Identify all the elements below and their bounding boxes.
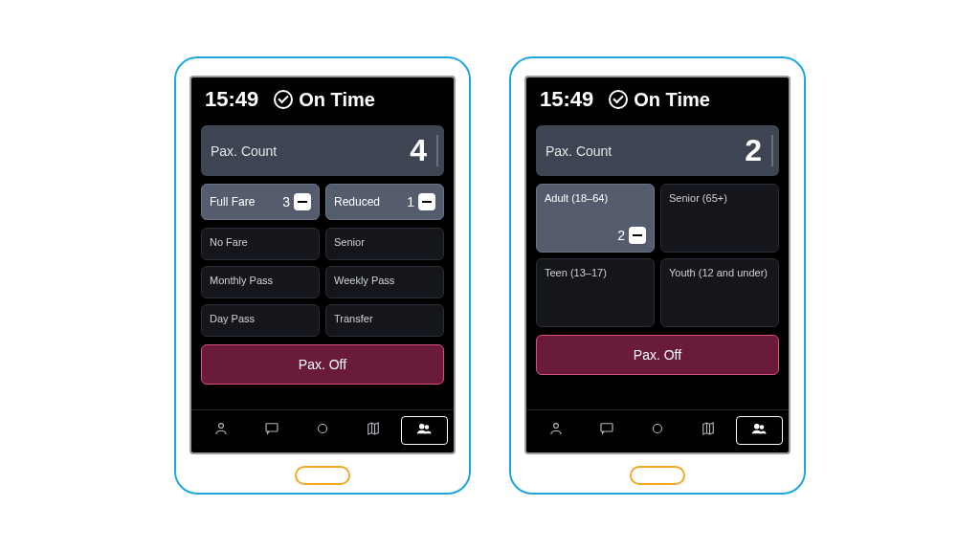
clock: 15:49 (205, 87, 258, 112)
svg-point-0 (218, 424, 223, 429)
svg-point-8 (755, 425, 760, 430)
chat-icon (598, 420, 615, 441)
tile-label: Youth (12 and under) (669, 267, 770, 278)
chat-icon (263, 420, 280, 441)
check-circle-icon (609, 90, 628, 109)
tile-label: Senior (334, 236, 435, 248)
clock: 15:49 (540, 87, 593, 112)
nav-people[interactable] (736, 416, 783, 445)
content-area: Pax. Count 4 Full Fare 3 Reduced 1 (191, 120, 454, 409)
screen: 15:49 On Time Pax. Count 2 Adult (18–64)… (524, 76, 791, 454)
age-tile-adult[interactable]: Adult (18–64) 2 (536, 184, 655, 253)
tile-label: Teen (13–17) (545, 267, 646, 278)
people-icon (750, 420, 768, 441)
pax-count-label: Pax. Count (211, 143, 277, 159)
tile-label: Senior (65+) (669, 192, 770, 204)
record-icon (314, 420, 331, 441)
nav-person[interactable] (197, 416, 244, 445)
status-bar: 15:49 On Time (526, 77, 789, 120)
fare-tile-grid-rest: No Fare Senior Monthly Pass Weekly Pass … (201, 228, 444, 337)
tile-count: 1 (407, 194, 414, 209)
svg-rect-1 (266, 424, 278, 431)
tile-label: Monthly Pass (210, 275, 311, 286)
tile-count: 2 (617, 228, 625, 243)
pax-count-display[interactable]: Pax. Count 4 (201, 125, 444, 176)
status-bar: 15:49 On Time (191, 77, 454, 120)
svg-point-9 (761, 426, 764, 429)
age-tile-grid: Adult (18–64) 2 Senior (65+) Teen (13–17… (536, 184, 779, 327)
age-tile-teen[interactable]: Teen (13–17) (536, 258, 655, 327)
tile-label: Full Fare (210, 195, 255, 209)
nav-chat[interactable] (248, 416, 295, 445)
nav-record[interactable] (299, 416, 345, 445)
status-indicator: On Time (274, 89, 375, 111)
fare-tile-reduced[interactable]: Reduced 1 (325, 184, 444, 220)
person-icon (547, 420, 565, 441)
svg-point-4 (426, 426, 429, 429)
tablet-device-2: 15:49 On Time Pax. Count 2 Adult (18–64)… (509, 56, 806, 495)
tile-label: No Fare (210, 236, 311, 248)
status-text: On Time (634, 89, 710, 111)
people-icon (415, 420, 433, 441)
tile-label: Day Pass (210, 313, 311, 324)
record-icon (649, 420, 666, 441)
content-area: Pax. Count 2 Adult (18–64) 2 Senior (65+… (526, 120, 789, 409)
tile-label: Reduced (334, 195, 380, 209)
pax-off-button[interactable]: Pax. Off (201, 344, 444, 385)
tile-label: Transfer (334, 313, 435, 324)
nav-map[interactable] (350, 416, 397, 445)
svg-point-2 (319, 425, 327, 433)
minus-icon[interactable] (294, 193, 311, 210)
check-circle-icon (274, 90, 293, 109)
nav-person[interactable] (532, 416, 579, 445)
nav-record[interactable] (634, 416, 680, 445)
fare-tile-grid: Full Fare 3 Reduced 1 (201, 184, 444, 220)
tile-label: Adult (18–64) (545, 192, 646, 204)
fare-tile-full-fare[interactable]: Full Fare 3 (201, 184, 320, 220)
pax-count-value: 2 (745, 133, 769, 168)
map-icon (700, 420, 717, 441)
nav-map[interactable] (685, 416, 732, 445)
fare-tile-monthly-pass[interactable]: Monthly Pass (201, 266, 320, 298)
fare-tile-transfer[interactable]: Transfer (325, 304, 444, 337)
age-tile-youth[interactable]: Youth (12 and under) (660, 258, 779, 327)
svg-rect-6 (601, 424, 612, 431)
bottom-nav (526, 409, 789, 452)
person-icon (212, 420, 230, 441)
home-button[interactable] (295, 466, 350, 485)
fare-tile-senior[interactable]: Senior (325, 228, 444, 260)
svg-point-3 (420, 425, 425, 430)
age-tile-senior[interactable]: Senior (65+) (660, 184, 779, 253)
map-icon (365, 420, 382, 441)
tile-label: Weekly Pass (334, 275, 435, 286)
svg-point-7 (654, 425, 662, 433)
tile-count: 3 (282, 194, 290, 209)
nav-chat[interactable] (583, 416, 630, 445)
fare-tile-day-pass[interactable]: Day Pass (201, 304, 320, 337)
fare-tile-no-fare[interactable]: No Fare (201, 228, 320, 260)
minus-icon[interactable] (418, 193, 435, 210)
screen: 15:49 On Time Pax. Count 4 Full Fare 3 (189, 76, 456, 454)
pax-off-button[interactable]: Pax. Off (536, 335, 779, 375)
tablet-device-1: 15:49 On Time Pax. Count 4 Full Fare 3 (174, 56, 471, 495)
status-indicator: On Time (609, 89, 710, 111)
svg-point-5 (553, 424, 558, 429)
status-text: On Time (299, 89, 375, 111)
home-button[interactable] (630, 466, 685, 485)
bottom-nav (191, 409, 454, 452)
fare-tile-weekly-pass[interactable]: Weekly Pass (325, 266, 444, 298)
pax-count-display[interactable]: Pax. Count 2 (536, 125, 779, 176)
pax-count-label: Pax. Count (546, 143, 612, 159)
minus-icon[interactable] (629, 227, 646, 244)
pax-count-value: 4 (410, 133, 434, 168)
nav-people[interactable] (401, 416, 448, 445)
